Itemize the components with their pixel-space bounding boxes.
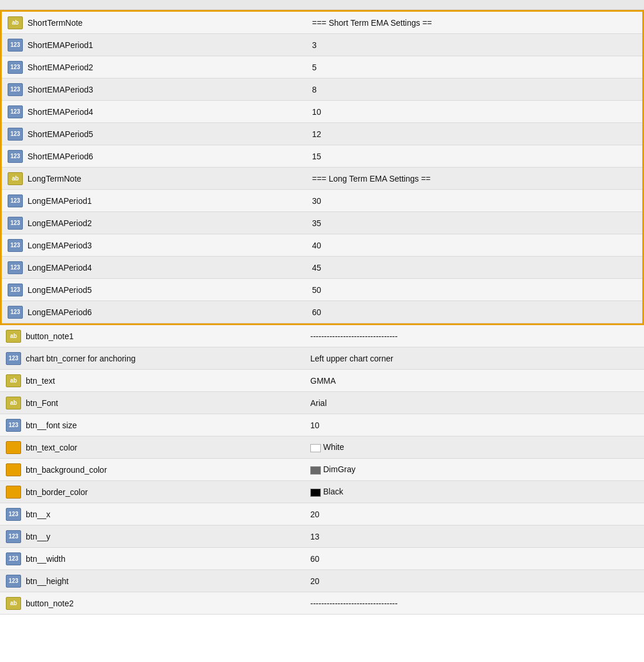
var-label: ShortEMAPeriod1: [28, 40, 93, 50]
header-val: [304, 0, 644, 9]
var-label: ShortEMAPeriod6: [28, 152, 93, 161]
var-label: LongEMAPeriod6: [28, 308, 92, 317]
var-cell: btn_background_color: [0, 459, 304, 480]
table-row[interactable]: 123btn__x20: [0, 503, 644, 525]
table-row[interactable]: 123ShortEMAPeriod410: [2, 101, 642, 123]
var-label: btn_Font: [26, 398, 58, 408]
123-icon: 123: [6, 575, 21, 588]
var-label: LongEMAPeriod3: [28, 241, 92, 250]
table-row[interactable]: 123ShortEMAPeriod13: [2, 34, 642, 56]
val-cell: 13: [304, 528, 644, 545]
var-label: btn_border_color: [26, 487, 88, 497]
val-cell: 12: [306, 125, 642, 143]
table-header: [0, 0, 644, 10]
ab-icon: ab: [6, 330, 21, 343]
var-cell: abShortTermNote: [2, 12, 306, 33]
val-cell: --------------------------------: [304, 595, 644, 612]
val-cell: === Short Term EMA Settings ==: [306, 14, 642, 32]
123-icon: 123: [6, 508, 21, 521]
var-cell: 123LongEMAPeriod6: [2, 302, 306, 323]
var-label: btn__font size: [26, 421, 77, 430]
table-row[interactable]: abLongTermNote=== Long Term EMA Settings…: [2, 168, 642, 190]
table-row[interactable]: btn_border_colorBlack: [0, 481, 644, 503]
val-cell: --------------------------------: [304, 327, 644, 345]
123-icon: 123: [8, 83, 23, 96]
table-row[interactable]: 123btn__font size10: [0, 414, 644, 436]
table-row[interactable]: abShortTermNote=== Short Term EMA Settin…: [2, 12, 642, 34]
123-icon: 123: [6, 552, 21, 565]
val-cell: 50: [306, 281, 642, 299]
table-row[interactable]: abbutton_note2--------------------------…: [0, 592, 644, 615]
var-cell: 123btn__font size: [0, 415, 304, 436]
val-cell: 3: [306, 36, 642, 54]
var-cell: abbutton_note2: [0, 593, 304, 614]
val-cell: Arial: [304, 394, 644, 412]
var-cell: 123LongEMAPeriod1: [2, 190, 306, 211]
table-row[interactable]: abbtn_FontArial: [0, 392, 644, 414]
table-row[interactable]: btn_text_colorWhite: [0, 436, 644, 459]
123-icon: 123: [8, 150, 23, 163]
ab-icon: ab: [8, 16, 23, 29]
table-row[interactable]: 123LongEMAPeriod340: [2, 234, 642, 257]
table-row[interactable]: 123LongEMAPeriod445: [2, 257, 642, 279]
color-swatch: [310, 466, 321, 475]
table-row[interactable]: 123btn__width60: [0, 548, 644, 570]
val-label: White: [323, 442, 344, 452]
123-icon: 123: [8, 239, 23, 252]
var-label: LongTermNote: [28, 174, 81, 183]
val-cell: 35: [306, 214, 642, 232]
table-row[interactable]: 123btn__y13: [0, 525, 644, 548]
header-var: [0, 0, 304, 9]
val-cell: 60: [304, 550, 644, 568]
123-icon: 123: [8, 306, 23, 319]
var-label: button_note2: [26, 599, 74, 608]
var-cell: 123LongEMAPeriod3: [2, 235, 306, 256]
var-cell: 123ShortEMAPeriod5: [2, 124, 306, 145]
table-row[interactable]: 123ShortEMAPeriod38: [2, 79, 642, 101]
table-row[interactable]: 123ShortEMAPeriod25: [2, 56, 642, 79]
val-label: Black: [323, 487, 343, 496]
val-cell: 40: [306, 237, 642, 254]
table-row[interactable]: abbtn_textGMMA: [0, 370, 644, 392]
var-cell: abbtn_Font: [0, 393, 304, 414]
var-label: btn__width: [26, 554, 66, 564]
val-cell: 30: [306, 192, 642, 210]
table-row[interactable]: 123LongEMAPeriod660: [2, 301, 642, 323]
table-row[interactable]: 123LongEMAPeriod235: [2, 212, 642, 234]
var-cell: 123chart btn_corner for anchoring: [0, 348, 304, 369]
val-cell: Left upper chart corner: [304, 350, 644, 367]
table-row[interactable]: 123btn__height20: [0, 570, 644, 592]
var-label: LongEMAPeriod1: [28, 196, 92, 206]
val-label: DimGray: [323, 465, 355, 474]
table-row[interactable]: btn_background_colorDimGray: [0, 459, 644, 481]
val-cell: White: [304, 438, 644, 456]
var-label: ShortEMAPeriod3: [28, 85, 93, 94]
var-label: btn__x: [26, 510, 50, 519]
val-cell: 10: [304, 417, 644, 434]
var-cell: 123LongEMAPeriod4: [2, 257, 306, 278]
var-cell: 123btn__x: [0, 504, 304, 525]
var-cell: 123btn__height: [0, 571, 304, 592]
table-row[interactable]: abbutton_note1--------------------------…: [0, 325, 644, 347]
table-row[interactable]: 123LongEMAPeriod130: [2, 190, 642, 212]
color-swatch: [310, 489, 321, 497]
table-row[interactable]: 123LongEMAPeriod550: [2, 279, 642, 301]
ab-icon: ab: [8, 172, 23, 185]
var-label: ShortEMAPeriod4: [28, 107, 93, 117]
123-icon: 123: [8, 105, 23, 118]
ab-icon: ab: [6, 597, 21, 610]
123-icon: 123: [8, 261, 23, 274]
var-cell: 123ShortEMAPeriod6: [2, 146, 306, 167]
val-cell: 60: [306, 303, 642, 321]
val-cell: 20: [304, 506, 644, 523]
var-cell: abLongTermNote: [2, 168, 306, 189]
color-icon: [6, 486, 21, 499]
var-label: LongEMAPeriod4: [28, 263, 92, 272]
var-label: ShortTermNote: [28, 18, 83, 28]
table-row[interactable]: 123ShortEMAPeriod615: [2, 145, 642, 168]
var-cell: 123ShortEMAPeriod2: [2, 57, 306, 78]
var-cell: 123LongEMAPeriod2: [2, 213, 306, 234]
table-row[interactable]: 123chart btn_corner for anchoringLeft up…: [0, 347, 644, 370]
table-row[interactable]: 123ShortEMAPeriod512: [2, 123, 642, 145]
var-cell: 123LongEMAPeriod5: [2, 279, 306, 301]
